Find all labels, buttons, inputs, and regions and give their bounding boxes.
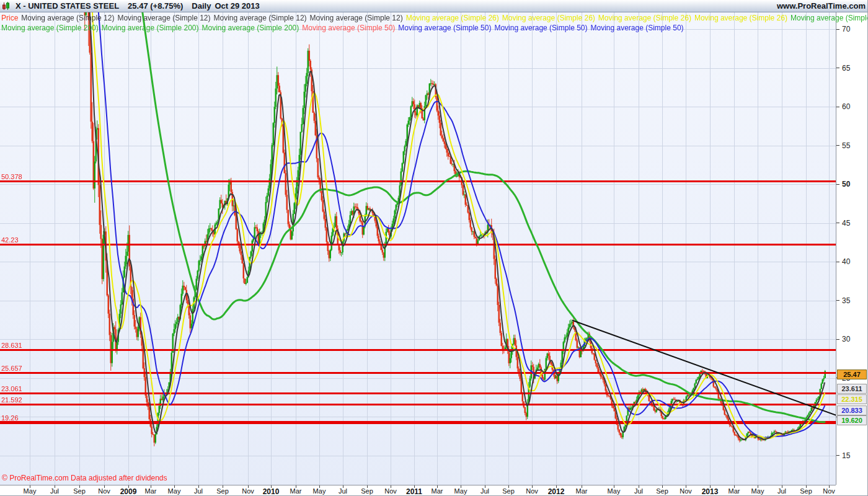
y-tick	[836, 68, 839, 68]
price-tag-19.620[interactable]: 19.620	[837, 415, 867, 425]
legend-item-1-7[interactable]: Moving average (Simple 26)	[598, 14, 691, 22]
y-axis-label: 30	[842, 335, 850, 343]
copyright-note: © ProRealTime.com Data adjusted after di…	[2, 474, 167, 482]
y-axis-label: 40	[842, 257, 850, 266]
proreal-time-window: X - UNITED STATES STEEL 25.47 (+8.75%) D…	[0, 0, 868, 496]
x-axis[interactable]: MayJulSepNov2009MarMayJulSepNov2010MarMa…	[0, 485, 836, 496]
chart-title-bar: X - UNITED STATES STEEL 25.47 (+8.75%) D…	[0, 0, 868, 12]
x-axis-label: Sep	[502, 487, 515, 495]
y-tick	[836, 107, 839, 107]
legend-item-2-3[interactable]: Moving average (Simple 50)	[302, 24, 395, 32]
x-axis-label: Mar	[728, 487, 740, 495]
y-axis-label: 50	[842, 180, 850, 188]
x-axis-label: Nov	[98, 487, 110, 495]
price-tag-22.315[interactable]: 22.315	[837, 394, 867, 404]
legend-item-1-9[interactable]: Moving average (Simple 200)	[790, 14, 868, 22]
x-axis-label: Mar	[290, 487, 302, 495]
y-axis-label: 35	[842, 296, 850, 305]
y-tick	[836, 145, 839, 146]
x-axis-label: Jul	[50, 487, 59, 495]
x-axis-label: Jul	[777, 487, 786, 495]
x-axis-label: May	[24, 487, 37, 495]
x-axis-label: Nov	[680, 487, 692, 495]
x-axis-label: May	[313, 487, 326, 495]
x-axis-label: May	[454, 487, 467, 495]
legend-item-1-6[interactable]: Moving average (Simple 26)	[502, 14, 595, 22]
level-label-42.23: 42.23	[1, 236, 19, 244]
x-axis-label: Sep	[361, 487, 373, 495]
y-tick	[836, 300, 839, 301]
x-axis-label: 2012	[548, 487, 565, 496]
y-axis-label: 45	[842, 219, 850, 228]
legend-item-1-5[interactable]: Moving average (Simple 26)	[406, 14, 499, 22]
last-quote: 25.47 (+8.75%)	[128, 1, 183, 11]
price-tag-25.47[interactable]: 25.47	[837, 370, 867, 379]
legend-item-1-3[interactable]: Moving average (Simple 12)	[214, 14, 307, 22]
level-label-23.061: 23.061	[1, 385, 22, 392]
y-tick	[836, 339, 839, 340]
legend-item-1-1[interactable]: Moving average (Simple 12)	[21, 14, 114, 22]
level-label-21.592: 21.592	[1, 396, 22, 404]
x-axis-label: Nov	[384, 487, 397, 495]
x-axis-label: 2011	[406, 487, 422, 496]
legend-item-2-5[interactable]: Moving average (Simple 50)	[494, 24, 587, 32]
y-axis-label: 60	[842, 102, 850, 111]
y-tick	[836, 455, 839, 456]
indicator-legend: PriceMoving average (Simple 12)Moving av…	[1, 13, 832, 33]
legend-item-2-0[interactable]: Moving average (Simple 200)	[1, 24, 99, 32]
legend-row-2: Moving average (Simple 200)Moving averag…	[1, 23, 832, 33]
legend-item-2-6[interactable]: Moving average (Simple 50)	[590, 24, 683, 32]
x-axis-label: 2013	[702, 487, 719, 496]
x-axis-label: Sep	[73, 487, 86, 495]
legend-item-2-1[interactable]: Moving average (Simple 200)	[102, 24, 199, 32]
price-chart-canvas[interactable]	[0, 12, 836, 485]
x-axis-label: Mar	[432, 487, 443, 495]
y-tick	[836, 29, 839, 30]
legend-row-1: PriceMoving average (Simple 12)Moving av…	[1, 13, 832, 23]
y-tick	[836, 184, 839, 185]
y-tick	[836, 223, 839, 223]
symbol-title: X - UNITED STATES STEEL	[16, 1, 119, 11]
x-axis-label: May	[168, 487, 181, 495]
chart-plot-area[interactable]: PriceMoving average (Simple 12)Moving av…	[0, 12, 836, 485]
x-axis-label: Jul	[480, 487, 489, 495]
legend-item-2-4[interactable]: Moving average (Simple 50)	[398, 24, 491, 32]
y-axis-label: 55	[842, 141, 850, 150]
legend-item-1-2[interactable]: Moving average (Simple 12)	[117, 14, 210, 22]
x-axis-label: Mar	[576, 487, 588, 495]
level-label-28.631: 28.631	[1, 342, 22, 349]
legend-item-2-2[interactable]: Moving average (Simple 200)	[202, 24, 299, 32]
x-axis-label: Mar	[145, 487, 157, 495]
x-axis-label: May	[751, 487, 764, 495]
date-label: Oct 29 2013	[215, 1, 259, 11]
prorealtime-watermark: www.ProRealTime.com	[777, 1, 866, 11]
legend-item-1-4[interactable]: Moving average (Simple 12)	[310, 14, 403, 22]
x-axis-label: Jul	[339, 487, 347, 495]
legend-item-1-8[interactable]: Moving average (Simple 26)	[694, 14, 787, 22]
price-tag-23.611[interactable]: 23.611	[837, 384, 867, 394]
y-axis-label: 15	[842, 451, 850, 460]
x-axis-label: Sep	[216, 487, 229, 495]
x-axis-label: Nov	[242, 487, 254, 495]
x-axis-label: 2009	[120, 487, 137, 496]
x-axis-label: Nov	[823, 487, 835, 495]
legend-item-1-0[interactable]: Price	[1, 14, 18, 22]
level-label-50.378: 50.378	[1, 173, 22, 180]
y-tick	[836, 262, 839, 262]
x-axis-label: May	[608, 487, 621, 495]
level-label-25.657: 25.657	[1, 365, 22, 372]
level-label-19.26: 19.26	[1, 414, 19, 422]
x-axis-label: Jul	[634, 487, 643, 495]
x-axis-label: Nov	[526, 487, 538, 495]
y-axis-label: 65	[842, 64, 850, 73]
x-axis-label: Jul	[194, 487, 203, 495]
price-tag-20.833[interactable]: 20.833	[837, 405, 867, 415]
y-axis-label: 70	[842, 25, 850, 33]
x-axis-label: 2010	[263, 487, 280, 496]
timeframe-label: Daily	[192, 1, 211, 11]
x-axis-label: Sep	[656, 487, 668, 495]
x-axis-label: Sep	[800, 487, 812, 495]
candlestick-chart-icon	[2, 2, 11, 11]
y-axis[interactable]: 70656055504540353025201525.4723.61122.31…	[836, 12, 868, 485]
